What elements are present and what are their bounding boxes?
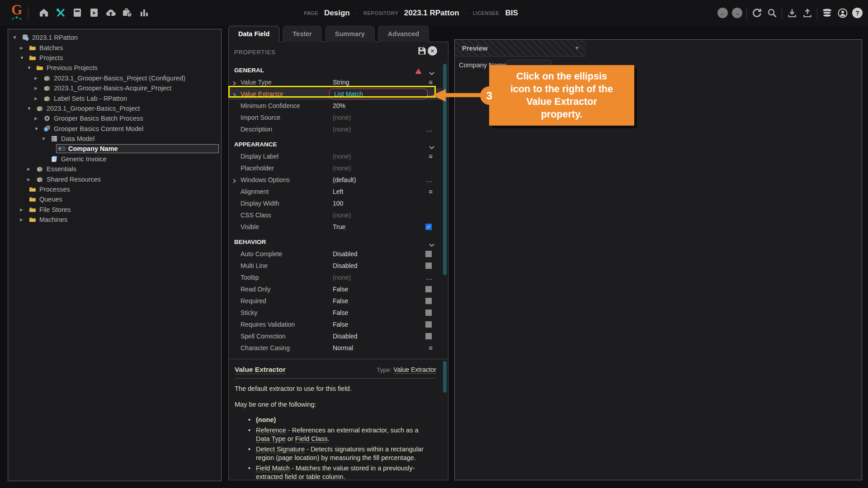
collapsed-caret-icon[interactable]: ▶ <box>27 177 34 182</box>
section-header-general[interactable]: GENERAL <box>229 65 442 76</box>
property-row-visible[interactable]: VisibleTrue✓ <box>229 221 442 233</box>
checkbox-icon[interactable] <box>425 310 432 316</box>
jobs-clock-icon[interactable] <box>122 7 133 19</box>
collapsed-caret-icon[interactable]: ▶ <box>34 86 42 90</box>
menu-icon[interactable]: ≡ <box>429 342 433 354</box>
property-row-multi-line[interactable]: Multi LineDisabled <box>229 260 442 272</box>
tab-summary[interactable]: Summary <box>325 26 375 42</box>
property-row-tooltip[interactable]: Tooltip(none)… <box>229 272 442 283</box>
collapsed-caret-icon[interactable]: ▶ <box>27 167 34 171</box>
ellipsis-icon[interactable]: … <box>426 123 433 135</box>
checkbox-checked-icon[interactable]: ✓ <box>425 224 432 230</box>
forward-button[interactable]: → <box>732 8 742 18</box>
property-row-sticky[interactable]: StickyFalse <box>229 307 442 319</box>
property-row-character-casing[interactable]: Character CasingNormal≡ <box>229 342 442 354</box>
help-link-detect-signature[interactable]: Detect Signature <box>256 446 305 453</box>
close-button[interactable]: ✕ <box>428 46 437 56</box>
tree-item-queues[interactable]: Queues <box>8 194 221 204</box>
property-row-display-width[interactable]: Display Width100 <box>229 197 442 209</box>
collapsed-caret-icon[interactable]: ▶ <box>34 76 42 80</box>
property-row-required[interactable]: RequiredFalse <box>229 295 442 307</box>
checkbox-icon[interactable] <box>425 333 432 339</box>
tree-item-machines[interactable]: ▶Machines <box>8 215 221 225</box>
section-header-behavior[interactable]: BEHAVIOR <box>229 236 442 248</box>
home-icon[interactable] <box>38 7 50 19</box>
expanded-caret-icon[interactable]: ▼ <box>34 127 42 131</box>
property-row-placeholder[interactable]: Placeholder(none) <box>229 162 442 174</box>
stats-chart-icon[interactable] <box>138 7 150 19</box>
back-button[interactable]: ← <box>717 8 728 18</box>
tree-item-company-name[interactable]: Company Name <box>8 144 221 154</box>
property-row-minimum-confidence[interactable]: Minimum Confidence20% <box>229 100 442 112</box>
checkbox-icon[interactable] <box>425 298 432 304</box>
expanded-caret-icon[interactable]: ▼ <box>42 136 49 141</box>
tab-advanced[interactable]: Advanced <box>378 26 429 42</box>
tree-item-processes[interactable]: Processes <box>8 184 221 194</box>
property-row-windows-options[interactable]: Windows Options(default)… <box>229 174 442 186</box>
expander-icon[interactable] <box>232 178 236 185</box>
save-button[interactable] <box>418 47 426 55</box>
checkbox-icon[interactable] <box>425 321 432 328</box>
tree-item-2023-1-rpatton[interactable]: ▼2023.1 RPatton <box>8 33 221 42</box>
tree-item-grooper-basics-batch-process[interactable]: ▶Grooper Basics Batch Process <box>8 113 221 123</box>
tree-item-grooper-basics-content-model[interactable]: ▼Grooper Basics Content Model <box>8 124 221 134</box>
checkbox-icon[interactable] <box>425 251 432 257</box>
tree-item-generic-invoice[interactable]: Generic Invoice <box>8 154 221 164</box>
import-cloud-icon[interactable] <box>105 7 117 19</box>
tab-tester[interactable]: Tester <box>283 26 321 42</box>
property-row-display-label[interactable]: Display Label(none)≡ <box>229 150 442 162</box>
tree-item-2023-1-grooper-basics-acquire-project[interactable]: ▶2023.1_Grooper-Basics-Acquire_Project <box>8 83 221 93</box>
menu-icon[interactable]: ≡ <box>429 186 433 197</box>
tree-item-file-stores[interactable]: ▶File Stores <box>8 205 221 215</box>
expanded-caret-icon[interactable]: ▼ <box>13 35 20 40</box>
collapsed-caret-icon[interactable]: ▶ <box>34 116 42 121</box>
property-row-alignment[interactable]: AlignmentLeft≡ <box>229 186 442 197</box>
tree-item-2023-1-grooper-basics-project[interactable]: ▼2023.1_Grooper-Basics_Project <box>8 103 221 113</box>
design-tools-icon[interactable] <box>55 7 66 19</box>
download-icon[interactable] <box>786 7 797 19</box>
tree-item-2023-1-grooper-basics-project-configured[interactable]: ▶2023.1_Grooper-Basics_Project (Configur… <box>8 73 221 83</box>
property-row-css-class[interactable]: CSS Class(none) <box>229 209 442 221</box>
expanded-caret-icon[interactable]: ▼ <box>27 106 34 111</box>
help-link-field-match[interactable]: Field Match <box>256 465 290 472</box>
tree-item-essentials[interactable]: ▶Essentials <box>8 164 221 174</box>
menu-icon[interactable]: ≡ <box>429 150 433 162</box>
property-row-auto-complete[interactable]: Auto CompleteDisabled <box>229 248 442 260</box>
tree-item-data-model[interactable]: ▼Data Model <box>8 134 221 144</box>
refresh-icon[interactable] <box>751 7 762 19</box>
tree-item-batches[interactable]: ▶Batches <box>8 42 221 52</box>
search-icon[interactable] <box>766 7 778 19</box>
help-link-reference[interactable]: Reference <box>256 427 286 434</box>
tab-data-field[interactable]: Data Field <box>228 26 279 42</box>
checkbox-icon[interactable] <box>425 263 432 269</box>
help-type-link[interactable]: Value Extractor <box>393 366 436 374</box>
batches-icon[interactable] <box>71 7 83 19</box>
tree-item-previous-projects[interactable]: ▼Previous Projects <box>8 63 221 73</box>
property-row-requires-validation[interactable]: Requires ValidationFalse <box>229 319 442 330</box>
collapsed-caret-icon[interactable]: ▶ <box>20 217 27 222</box>
help-link-field-class[interactable]: Field Class <box>295 435 328 443</box>
batch-process-icon[interactable] <box>88 7 100 19</box>
collapsed-caret-icon[interactable]: ▶ <box>20 46 27 50</box>
ellipsis-icon[interactable]: … <box>426 174 433 186</box>
upload-icon[interactable] <box>802 7 813 19</box>
property-row-read-only[interactable]: Read OnlyFalse <box>229 283 442 295</box>
property-row-description[interactable]: Description(none)… <box>229 123 442 135</box>
section-header-appearance[interactable]: APPEARANCE <box>229 139 442 150</box>
collapsed-caret-icon[interactable]: ▶ <box>34 96 42 101</box>
preview-header[interactable]: Preview ▼ <box>455 40 586 56</box>
grooper-logo[interactable]: G <box>7 2 26 24</box>
help-title[interactable]: Value Extractor <box>235 366 286 374</box>
property-row-spell-correction[interactable]: Spell CorrectionDisabled <box>229 330 442 342</box>
expanded-caret-icon[interactable]: ▼ <box>27 66 34 70</box>
help-pane-scrollbar[interactable] <box>443 361 447 393</box>
expanded-caret-icon[interactable]: ▼ <box>20 56 27 60</box>
tree-item-shared-resources[interactable]: ▶Shared Resources <box>8 174 221 184</box>
tree-item-projects[interactable]: ▼Projects <box>8 53 221 63</box>
tree-item-label-sets-lab-rpatton[interactable]: ▶Label Sets Lab - RPatton <box>8 93 221 103</box>
property-row-import-source[interactable]: Import Source(none) <box>229 112 442 123</box>
ellipsis-icon[interactable]: … <box>426 272 433 283</box>
database-stack-icon[interactable] <box>821 7 833 19</box>
user-account-icon[interactable] <box>837 7 848 19</box>
help-button[interactable]: ? <box>852 8 863 18</box>
